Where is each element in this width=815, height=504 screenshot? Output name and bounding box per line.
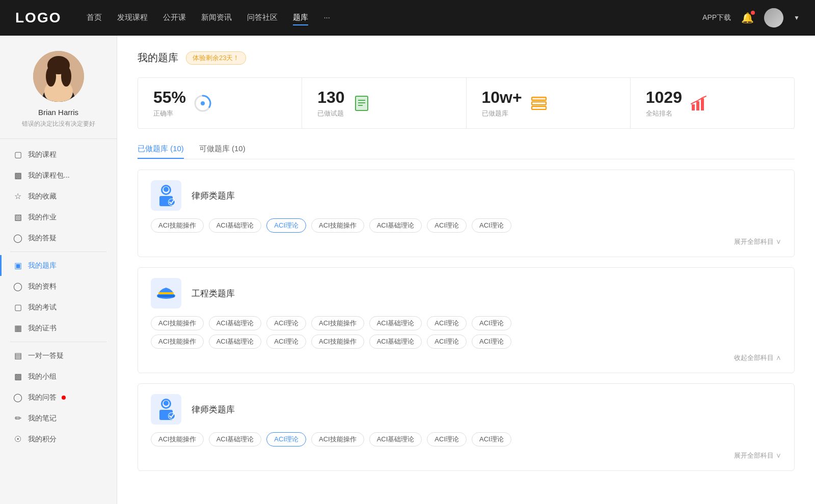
nav-discover[interactable]: 发现课程 <box>117 11 148 25</box>
sidebar-item-qa-label: 我的答疑 <box>28 234 57 243</box>
eng-tag-1[interactable]: ACI基础理论 <box>209 316 262 330</box>
eng-tag-0[interactable]: ACI技能操作 <box>151 316 204 330</box>
stat-ranking-value: 1029 <box>646 88 682 107</box>
svg-point-26 <box>164 187 169 192</box>
l2-tag-4[interactable]: ACI基础理论 <box>369 432 422 446</box>
group-icon: ▩ <box>13 372 23 381</box>
l2-tag-2-active[interactable]: ACI理论 <box>266 432 306 446</box>
expand-button-lawyer-2[interactable]: 展开全部科目 ∨ <box>734 452 781 459</box>
nav-news[interactable]: 新闻资讯 <box>201 11 232 25</box>
eng-tag-4[interactable]: ACI基础理论 <box>369 316 422 330</box>
sidebar-item-favorites-label: 我的收藏 <box>28 192 57 201</box>
qbank-card-lawyer-2: 律师类题库 ACI技能操作 ACI基础理论 ACI理论 ACI技能操作 ACI基… <box>138 383 795 471</box>
stat-accuracy: 55% 正确率 <box>138 78 302 128</box>
l2-tag-3[interactable]: ACI技能操作 <box>311 432 364 446</box>
tab-done[interactable]: 已做题库 (10) <box>138 144 184 159</box>
svg-rect-31 <box>158 292 174 294</box>
eng-tag-11[interactable]: ACI基础理论 <box>369 334 422 349</box>
qbank-header-lawyer-2: 律师类题库 <box>151 394 781 425</box>
sidebar-item-my-courses[interactable]: ▢ 我的课程 <box>0 144 117 165</box>
sidebar-divider-2 <box>10 342 106 342</box>
eng-tag-13[interactable]: ACI理论 <box>472 334 511 349</box>
l2-tag-0[interactable]: ACI技能操作 <box>151 432 204 446</box>
qbank-footer-lawyer-1: 展开全部科目 ∨ <box>151 237 781 246</box>
sidebar-item-notes-label: 我的笔记 <box>28 414 57 423</box>
expand-button-engineer[interactable]: 收起全部科目 ∧ <box>734 354 781 361</box>
svg-rect-21 <box>696 101 699 110</box>
chevron-down-icon[interactable]: ▼ <box>794 14 800 21</box>
sidebar-item-notes[interactable]: ✏ 我的笔记 <box>0 408 117 429</box>
document-icon: ▢ <box>13 150 23 159</box>
app-download-button[interactable]: APP下载 <box>702 13 731 22</box>
tab-available[interactable]: 可做题库 (10) <box>199 144 246 159</box>
sidebar-avatar <box>33 51 84 102</box>
tag-3[interactable]: ACI技能操作 <box>311 218 364 233</box>
svg-point-8 <box>201 101 205 105</box>
sidebar-item-profile[interactable]: ◯ 我的资料 <box>0 276 117 297</box>
tabs-row: 已做题库 (10) 可做题库 (10) <box>138 144 795 159</box>
homework-icon: ▧ <box>13 212 23 222</box>
stat-questions-value: 130 <box>317 88 344 107</box>
tag-4[interactable]: ACI基础理论 <box>369 218 422 233</box>
sidebar-item-group[interactable]: ▩ 我的小组 <box>0 366 117 387</box>
page-title: 我的题库 <box>138 51 178 65</box>
page-title-row: 我的题库 体验剩余23天！ <box>138 51 795 65</box>
qbank-title-engineer: 工程类题库 <box>192 288 235 299</box>
nav-qbank[interactable]: 题库 <box>293 11 308 25</box>
qbank-icon-engineer <box>151 278 181 309</box>
sidebar-item-certificate[interactable]: ▦ 我的证书 <box>0 318 117 339</box>
page-body: Brian Harris 错误的决定比没有决定要好 ▢ 我的课程 ▩ 我的课程包… <box>0 36 815 504</box>
l2-tag-1[interactable]: ACI基础理论 <box>209 432 262 446</box>
stat-ranking-label: 全站排名 <box>646 109 682 118</box>
svg-rect-22 <box>701 98 704 110</box>
eng-tag-10[interactable]: ACI技能操作 <box>311 334 364 349</box>
nav-qa[interactable]: 问答社区 <box>247 11 278 25</box>
profile-icon: ◯ <box>13 282 23 291</box>
sidebar-item-qbank[interactable]: ▣ 我的题库 <box>0 255 117 276</box>
chat-icon: ▤ <box>13 351 23 360</box>
tag-0[interactable]: ACI技能操作 <box>151 218 204 233</box>
eng-tag-6[interactable]: ACI理论 <box>472 316 511 330</box>
eng-tag-2[interactable]: ACI理论 <box>266 316 306 330</box>
questions-doc-icon <box>352 94 371 113</box>
eng-tag-9[interactable]: ACI理论 <box>266 334 306 349</box>
sidebar-item-qa[interactable]: ◯ 我的答疑 <box>0 228 117 248</box>
eng-tag-7[interactable]: ACI技能操作 <box>151 334 204 349</box>
tag-5[interactable]: ACI理论 <box>427 218 467 233</box>
engineer-icon-svg <box>153 281 179 306</box>
avatar[interactable] <box>764 8 783 27</box>
star-icon: ☆ <box>13 191 23 201</box>
tag-1[interactable]: ACI基础理论 <box>209 218 262 233</box>
expand-button-lawyer-1[interactable]: 展开全部科目 ∨ <box>734 238 781 245</box>
qbank-icon: ▣ <box>13 261 23 270</box>
notification-bell-icon[interactable]: 🔔 <box>741 12 754 24</box>
eng-tag-3[interactable]: ACI技能操作 <box>311 316 364 330</box>
sidebar-item-exam[interactable]: ▢ 我的考试 <box>0 297 117 318</box>
trial-badge: 体验剩余23天！ <box>186 51 246 65</box>
sidebar-item-one-on-one[interactable]: ▤ 一对一答疑 <box>0 345 117 366</box>
tag-2-active[interactable]: ACI理论 <box>266 218 306 233</box>
certificate-icon: ▦ <box>13 323 23 333</box>
sidebar-item-points[interactable]: ☉ 我的积分 <box>0 429 117 450</box>
tag-6[interactable]: ACI理论 <box>472 218 511 233</box>
nav-open-course[interactable]: 公开课 <box>163 11 186 25</box>
nav-home[interactable]: 首页 <box>87 11 102 25</box>
lawyer-icon-svg-2 <box>153 397 179 422</box>
eng-tag-12[interactable]: ACI理论 <box>427 334 467 349</box>
nav-more[interactable]: ··· <box>323 11 330 25</box>
sidebar-item-one-on-one-label: 一对一答疑 <box>28 351 64 360</box>
logo[interactable]: LOGO <box>15 10 61 26</box>
sidebar-profile: Brian Harris 错误的决定比没有决定要好 <box>0 51 117 139</box>
sidebar-item-homework[interactable]: ▧ 我的作业 <box>0 207 117 228</box>
qbank-icon-lawyer-1 <box>151 180 181 211</box>
sidebar-item-favorites[interactable]: ☆ 我的收藏 <box>0 186 117 207</box>
qbank-title-lawyer-1: 律师类题库 <box>192 190 235 202</box>
l2-tag-5[interactable]: ACI理论 <box>427 432 467 446</box>
qbank-tags-engineer-row1: ACI技能操作 ACI基础理论 ACI理论 ACI技能操作 ACI基础理论 AC… <box>151 316 781 330</box>
l2-tag-6[interactable]: ACI理论 <box>472 432 511 446</box>
eng-tag-8[interactable]: ACI基础理论 <box>209 334 262 349</box>
sidebar-item-exam-label: 我的考试 <box>28 303 57 312</box>
sidebar-item-my-qa[interactable]: ◯ 我的问答 <box>0 387 117 408</box>
sidebar-item-course-package[interactable]: ▩ 我的课程包... <box>0 165 117 186</box>
eng-tag-5[interactable]: ACI理论 <box>427 316 467 330</box>
